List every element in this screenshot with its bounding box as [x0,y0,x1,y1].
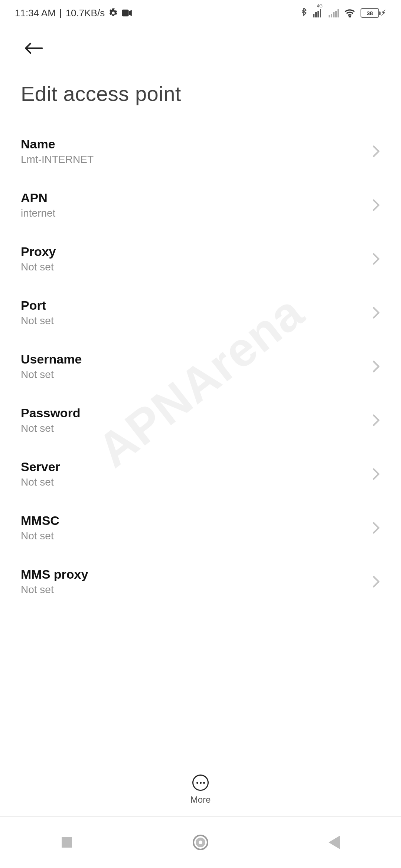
apn-username[interactable]: Username Not set [0,339,401,393]
chevron-right-icon [372,360,380,373]
setting-label: MMS proxy [21,567,88,582]
apn-name[interactable]: Name Lmt-INTERNET [0,124,401,178]
back-button[interactable] [22,37,45,59]
setting-value: Not set [21,315,54,327]
apn-mms-proxy[interactable]: MMS proxy Not set [0,555,401,608]
setting-label: Name [21,137,94,151]
setting-label: Username [21,352,82,366]
nav-home-button[interactable] [189,831,212,854]
settings-list: Name Lmt-INTERNET APN internet Proxy Not… [0,124,401,608]
apn-proxy[interactable]: Proxy Not set [0,232,401,286]
setting-value: Lmt-INTERNET [21,154,94,165]
setting-label: Password [21,406,81,420]
setting-value: internet [21,207,55,219]
more-icon [192,775,209,791]
signal-sim1-icon: 4G [313,9,323,17]
chevron-right-icon [372,575,380,588]
bluetooth-icon [300,8,308,18]
setting-value: Not set [21,476,60,488]
wifi-icon [344,9,355,17]
status-right: 4G 38 ⚡︎ [300,8,386,18]
chevron-right-icon [372,253,380,265]
setting-label: Port [21,298,54,313]
signal-sim2-icon [329,9,339,17]
nav-recent-button[interactable] [56,831,78,854]
apn-server[interactable]: Server Not set [0,447,401,501]
apn-password[interactable]: Password Not set [0,393,401,447]
gear-icon [108,8,118,18]
nav-back-button[interactable] [323,831,345,854]
svg-rect-0 [122,10,129,17]
more-label: More [190,795,211,805]
setting-value: Not set [21,261,56,273]
status-network-speed: 10.7KB/s [66,7,105,19]
setting-value: Not set [21,423,81,434]
apn-apn[interactable]: APN internet [0,178,401,232]
setting-label: APN [21,191,55,205]
chevron-right-icon [372,145,380,158]
status-left: 11:34 AM | 10.7KB/s [15,7,132,19]
status-time: 11:34 AM [15,7,56,19]
chevron-right-icon [372,199,380,211]
chevron-right-icon [372,468,380,480]
page-title: Edit access point [0,67,401,124]
setting-value: Not set [21,369,82,381]
setting-value: Not set [21,584,88,596]
apn-port[interactable]: Port Not set [0,286,401,339]
chevron-right-icon [372,522,380,534]
setting-label: Server [21,460,60,474]
navigation-bar [0,816,401,868]
video-camera-icon [122,9,132,17]
setting-label: Proxy [21,244,56,259]
battery-percentage: 38 [361,9,378,17]
battery-indicator: 38 ⚡︎ [361,8,386,18]
charging-bolt-icon: ⚡︎ [381,8,386,18]
chevron-right-icon [372,306,380,319]
more-button[interactable]: More [0,768,401,805]
setting-value: Not set [21,530,59,542]
status-bar: 11:34 AM | 10.7KB/s 4G 38 ⚡︎ [0,0,401,26]
apn-mmsc[interactable]: MMSC Not set [0,501,401,555]
chevron-right-icon [372,414,380,427]
svg-point-1 [349,16,350,17]
setting-label: MMSC [21,513,59,528]
